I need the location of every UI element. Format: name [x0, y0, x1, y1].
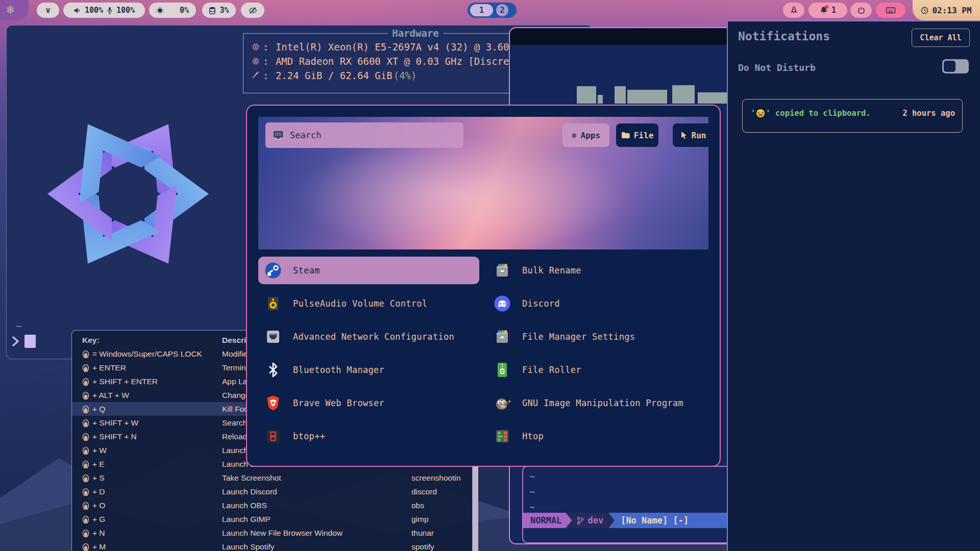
app-label: File Roller — [522, 365, 581, 375]
super-key-penguin-icon — [82, 487, 89, 496]
keyboard-icon — [886, 6, 896, 14]
keybind-description: Take Screenshot — [222, 473, 411, 483]
app-launcher-window[interactable]: Search ❄ Apps File Run SteamBulk RenameP… — [246, 105, 721, 467]
cpu-value: 0% — [180, 6, 189, 15]
pulseaudio-icon — [264, 295, 282, 312]
super-key-penguin-icon — [82, 432, 89, 441]
search-input[interactable]: Search — [265, 122, 463, 148]
app-item-brave-web-browser[interactable]: Brave Web Browser — [258, 389, 479, 417]
gimp-icon — [494, 394, 511, 412]
app-label: GNU Image Manipulation Program — [522, 398, 683, 408]
keybind-key: + ALT + W — [82, 391, 222, 400]
app-item-gnu-image-manipulation-program[interactable]: GNU Image Manipulation Program — [487, 389, 708, 417]
notification-card[interactable]: ' ' copied to clipboard. 2 hours ago — [742, 99, 963, 133]
keybind-key: + SHIFT + ENTER — [82, 377, 222, 386]
snowflake-icon: ❄ — [7, 3, 14, 17]
super-key-penguin-icon — [82, 418, 89, 427]
app-item-steam[interactable]: Steam — [258, 257, 479, 284]
network-icon — [264, 328, 282, 345]
cpu-pill[interactable]: 0% — [149, 3, 196, 18]
app-item-file-roller[interactable]: File Roller — [487, 356, 708, 384]
memory-icon — [251, 71, 261, 80]
app-label: Advanced Network Configuration — [293, 332, 454, 342]
app-item-advanced-network-configuration[interactable]: Advanced Network Configuration — [258, 323, 479, 350]
keybind-command: screenshootin — [411, 473, 472, 483]
super-key-penguin-icon — [82, 515, 89, 523]
launcher-pill[interactable] — [783, 3, 804, 18]
notifications-pill[interactable]: 1 — [808, 3, 847, 18]
app-item-pulseaudio-volume-control[interactable]: PulseAudio Volume Control — [258, 290, 479, 317]
dnd-toggle-knob — [944, 61, 955, 72]
clock-widget[interactable]: 02:13 PM — [913, 0, 980, 20]
app-item-htop[interactable]: Htop — [487, 422, 708, 450]
power-pill[interactable] — [850, 3, 872, 18]
ascii-art-block — [627, 90, 667, 104]
fileroller-icon — [494, 361, 511, 379]
clear-all-button[interactable]: Clear All — [912, 29, 970, 47]
htop-icon — [494, 428, 511, 445]
keybind-row: + OLaunch OBSobs — [72, 498, 472, 512]
app-label: Steam — [293, 265, 320, 276]
monitor-icon — [273, 130, 284, 140]
nixos-menu-button[interactable]: ❄ — [0, 0, 29, 20]
apps-snowflake-icon: ❄ — [572, 131, 577, 140]
tab-file[interactable]: File — [616, 123, 658, 147]
idle-inhibitor-pill[interactable] — [241, 3, 264, 18]
app-label: Bulk Rename — [522, 265, 581, 276]
keybind-row: + DLaunch Discorddiscord — [72, 485, 472, 498]
disk-value: 3% — [219, 6, 229, 15]
app-item-discord[interactable]: Discord — [487, 290, 708, 317]
super-key-penguin-icon — [82, 349, 89, 358]
app-item-bluetooth-manager[interactable]: Bluetooth Manager — [258, 356, 479, 384]
app-item-bulk-rename[interactable]: Bulk Rename — [487, 257, 708, 284]
gpu-chip-icon — [251, 57, 261, 65]
keybind-key: + E — [82, 460, 222, 469]
steam-icon — [264, 262, 282, 279]
clock-time: 02:13 PM — [932, 6, 971, 15]
keybind-command: thunar — [411, 529, 472, 538]
disk-pill[interactable]: 3% — [202, 3, 236, 18]
prompt-chevron-icon — [12, 335, 20, 347]
keybind-key: + D — [82, 487, 222, 496]
app-label: File Manager Settings — [522, 332, 635, 342]
terminal-prompt — [12, 335, 36, 348]
keybind-command: discord — [411, 487, 472, 496]
cursor-icon — [680, 131, 688, 139]
rocket-icon — [790, 6, 798, 14]
keybind-description: Launch Discord — [222, 487, 411, 496]
keybind-row: + NLaunch New File Browser Windowthunar — [72, 526, 472, 540]
cpu-chip-icon — [251, 43, 261, 51]
ascii-art-block — [698, 92, 728, 104]
version-pill[interactable]: v — [37, 3, 59, 18]
speaker-icon — [74, 7, 81, 14]
super-key-penguin-icon — [82, 473, 89, 482]
dnd-toggle[interactable] — [942, 59, 969, 73]
keybind-description: Launch New File Browser Window — [222, 529, 411, 538]
memory-percent: (4%) — [394, 68, 417, 83]
volume-pill[interactable]: 100% 100% — [63, 3, 145, 18]
neovim-pane[interactable]: ~~~ NORMAL dev [No Name] [-] — [522, 466, 731, 543]
app-item-btop-[interactable]: btop++ — [258, 422, 479, 450]
notification-dot — [825, 5, 828, 9]
brave-icon — [264, 394, 282, 412]
workspace-1-button[interactable]: 1 — [470, 4, 493, 16]
tab-run[interactable]: Run — [673, 123, 714, 147]
app-item-file-manager-settings[interactable]: File Manager Settings — [487, 323, 708, 350]
keybind-command: obs — [411, 501, 472, 510]
disk-icon — [209, 7, 216, 14]
workspace-indicator: 1 2 — [468, 3, 517, 18]
git-branch-icon — [577, 516, 584, 525]
folder-icon — [621, 132, 630, 139]
keybind-key: + W — [82, 446, 222, 455]
tab-apps[interactable]: ❄ Apps — [562, 123, 609, 147]
keybind-key: = Windows/Super/CAPS LOCK — [82, 349, 222, 359]
workspace-2-button[interactable]: 2 — [496, 4, 508, 16]
ascii-art-block — [577, 86, 596, 104]
terminal-cursor — [24, 335, 36, 348]
notification-count: 1 — [831, 6, 836, 15]
dnd-label: Do Not Disturb — [738, 62, 816, 73]
super-key-penguin-icon — [82, 377, 89, 386]
ascii-art-block — [615, 86, 626, 104]
vim-branch-segment: dev — [566, 513, 615, 528]
keyboard-pill[interactable] — [876, 3, 905, 18]
